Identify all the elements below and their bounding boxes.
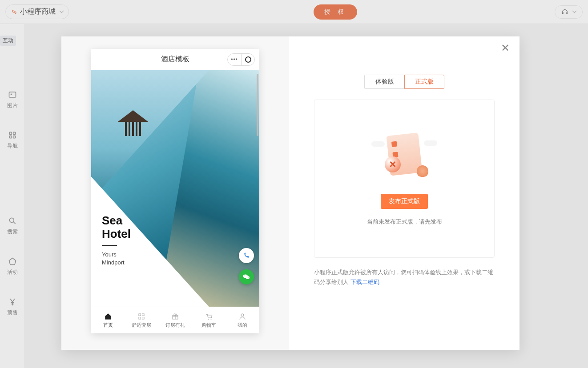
- publish-pane: ✕ 体验版 正式版 发布正式版 当前未发布正式版，请先发布 小程序正式版允许被所…: [289, 36, 520, 350]
- tagline-line1: Yours: [102, 251, 131, 259]
- grid-icon: [137, 312, 146, 320]
- svg-point-14: [248, 277, 249, 277]
- tabbar: 首页 舒适套房 订房有礼 购物车 我的: [91, 307, 259, 333]
- svg-rect-17: [139, 317, 141, 319]
- svg-point-12: [246, 276, 247, 276]
- tab-label: 舒适套房: [132, 322, 151, 328]
- empty-state-illustration: [378, 132, 431, 185]
- publish-hint: 当前未发布正式版，请先发布: [367, 218, 442, 226]
- capsule-buttons: [227, 53, 255, 66]
- svg-point-20: [208, 318, 209, 319]
- download-qr-link[interactable]: 下载二维码: [350, 279, 379, 285]
- svg-point-10: [246, 276, 250, 279]
- tagline-line2: Mindport: [102, 259, 131, 267]
- close-button[interactable]: ✕: [498, 41, 512, 55]
- svg-rect-18: [142, 317, 145, 319]
- svg-point-21: [210, 318, 211, 319]
- phone-body: Sea Hotel Yours Mindport: [91, 70, 259, 307]
- svg-rect-16: [142, 314, 145, 316]
- phone-preview: 酒店模板 Sea Hotel Yours Mindport: [91, 49, 259, 333]
- home-icon: [104, 312, 113, 320]
- tab-label: 购物车: [201, 322, 216, 328]
- tab-mine[interactable]: 我的: [226, 307, 259, 333]
- miniprogram-title: 酒店模板: [161, 55, 189, 64]
- hotel-name-line1: Sea: [102, 214, 131, 228]
- tab-cart[interactable]: 购物车: [192, 307, 226, 333]
- scrollbar-thumb[interactable]: [257, 74, 258, 136]
- tab-gift[interactable]: 订房有礼: [158, 307, 192, 333]
- hotel-name-line2: Hotel: [102, 228, 131, 241]
- version-tabs: 体验版 正式版: [314, 75, 495, 89]
- tab-rooms[interactable]: 舒适套房: [125, 307, 159, 333]
- wechat-button[interactable]: [239, 269, 254, 284]
- phone-header: 酒店模板: [91, 49, 259, 70]
- svg-point-22: [241, 314, 244, 316]
- publish-modal: 酒店模板 Sea Hotel Yours Mindport: [61, 36, 520, 350]
- desc-text: 小程序正式版允许被所有人访问，您可扫码体验线上效果，或下载二维码分享给别人: [314, 269, 493, 285]
- svg-point-13: [247, 277, 247, 277]
- user-icon: [238, 312, 247, 320]
- publish-box: 发布正式版 当前未发布正式版，请先发布: [314, 100, 495, 258]
- tab-label: 首页: [103, 322, 113, 328]
- svg-point-11: [245, 276, 246, 276]
- call-button[interactable]: [239, 248, 254, 263]
- gift-icon: [171, 312, 180, 320]
- tab-label: 订房有礼: [165, 322, 185, 328]
- wechat-icon: [242, 273, 250, 281]
- divider: [102, 245, 117, 246]
- publish-release-button[interactable]: 发布正式版: [381, 194, 428, 209]
- phone-icon: [243, 252, 250, 259]
- capsule-menu-button[interactable]: [228, 54, 241, 65]
- hut-image: [118, 118, 149, 140]
- preview-pane: 酒店模板 Sea Hotel Yours Mindport: [61, 36, 289, 350]
- cart-icon: [205, 312, 213, 320]
- capsule-close-button[interactable]: [241, 54, 254, 65]
- tab-trial-version[interactable]: 体验版: [364, 75, 404, 89]
- publish-description: 小程序正式版允许被所有人访问，您可扫码体验线上效果，或下载二维码分享给别人 下载…: [314, 268, 495, 287]
- tab-label: 我的: [238, 322, 247, 328]
- tab-release-version[interactable]: 正式版: [404, 75, 444, 89]
- tab-home[interactable]: 首页: [91, 307, 125, 333]
- hotel-copy: Sea Hotel Yours Mindport: [102, 214, 131, 267]
- svg-rect-15: [139, 314, 141, 316]
